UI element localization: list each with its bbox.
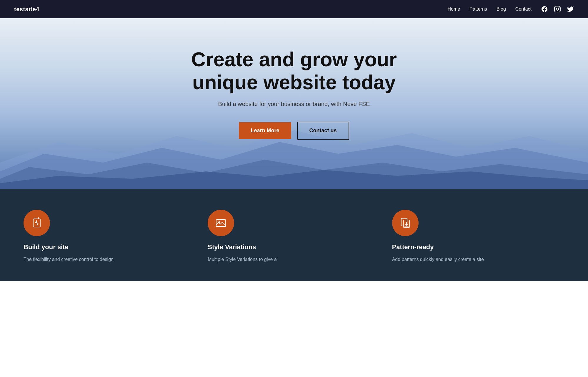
navbar-right: Home Patterns Blog Contact [448, 6, 574, 13]
feature-3-desc: Add patterns quickly and easily create a… [392, 256, 484, 263]
image-icon [214, 216, 227, 229]
build-site-icon-circle [24, 210, 50, 236]
feature-1-title: Build your site [24, 243, 69, 251]
pattern-ready-icon-circle [392, 210, 419, 236]
nav-blog[interactable]: Blog [497, 6, 506, 12]
twitter-icon[interactable] [567, 6, 574, 13]
feature-3-title: Pattern-ready [392, 243, 434, 251]
hero-subtitle: Build a website for your business or bra… [218, 101, 370, 108]
instagram-icon[interactable] [554, 6, 561, 13]
hero-buttons: Learn More Contact us [239, 122, 349, 140]
feature-pattern-ready: Pattern-ready Add patterns quickly and e… [392, 210, 564, 263]
feature-style-variations: Style Variations Multiple Style Variatio… [208, 210, 380, 263]
feature-2-title: Style Variations [208, 243, 256, 251]
nav-home[interactable]: Home [448, 6, 460, 12]
svg-rect-0 [554, 6, 560, 12]
svg-point-2 [559, 7, 559, 8]
learn-more-button[interactable]: Learn More [239, 122, 291, 139]
feature-2-desc: Multiple Style Variations to give a [208, 256, 276, 263]
svg-point-1 [556, 8, 559, 10]
feature-1-desc: The flexibility and creative control to … [24, 256, 114, 263]
navbar: testsite4 Home Patterns Blog Contact [0, 0, 588, 18]
document-download-icon [399, 216, 412, 229]
contact-us-button[interactable]: Contact us [297, 122, 349, 140]
lightning-icon [30, 216, 43, 229]
hero-section: Create and grow your unique website toda… [0, 18, 588, 189]
feature-build-site: Build your site The flexibility and crea… [24, 210, 196, 263]
facebook-icon[interactable] [541, 6, 548, 13]
features-section: Build your site The flexibility and crea… [0, 189, 588, 281]
nav-patterns[interactable]: Patterns [469, 6, 487, 12]
style-variations-icon-circle [208, 210, 234, 236]
hero-title: Create and grow your unique website toda… [182, 48, 406, 94]
brand-logo[interactable]: testsite4 [14, 6, 39, 13]
social-icons [541, 6, 574, 13]
nav-contact[interactable]: Contact [515, 6, 532, 12]
